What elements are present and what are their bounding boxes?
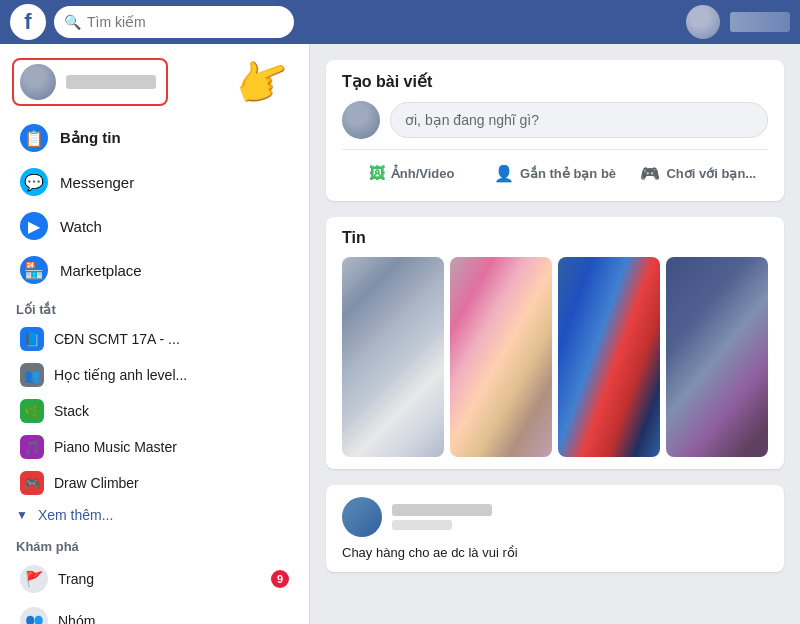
nhom-icon: 👥 (20, 607, 48, 624)
shortcut-draw[interactable]: 🎮 Draw Climber (4, 465, 305, 501)
piano-label: Piano Music Master (54, 439, 177, 455)
messenger-label: Messenger (60, 174, 134, 191)
action-photo[interactable]: 🖼 Ảnh/Video (342, 158, 481, 189)
create-post-title: Tạo bài viết (342, 72, 768, 91)
profile-button[interactable] (12, 58, 168, 106)
create-post-actions: 🖼 Ảnh/Video 👤 Gắn thẻ bạn bè 🎮 Chơi với … (342, 149, 768, 189)
see-more-arrow-icon: ▼ (16, 508, 28, 522)
see-more-button[interactable]: ▼ Xem thêm... (0, 501, 309, 529)
search-input[interactable] (87, 14, 284, 30)
page-wrapper: 👉 📋 Bảng tin 💬 Messenger ▶ Watch 🏪 Marke… (0, 44, 800, 624)
create-post-avatar (342, 101, 380, 139)
hand-pointer-icon: 👉 (226, 46, 298, 116)
profile-avatar (20, 64, 56, 100)
shortcut-piano[interactable]: 🎵 Piano Music Master (4, 429, 305, 465)
create-post-placeholder: ơi, bạn đang nghĩ gì? (405, 112, 539, 128)
trang-badge: 9 (271, 570, 289, 588)
marketplace-label: Marketplace (60, 262, 142, 279)
sidebar-item-messenger[interactable]: 💬 Messenger (4, 160, 305, 204)
post-time (392, 520, 452, 530)
trang-label: Trang (58, 571, 261, 587)
cdn-label: CĐN SCMT 17A - ... (54, 331, 180, 347)
nav-user-name (730, 12, 790, 32)
action-photo-label: Ảnh/Video (391, 166, 455, 181)
stack-label: Stack (54, 403, 89, 419)
nav-avatar[interactable] (686, 5, 720, 39)
post-avatar (342, 497, 382, 537)
search-icon: 🔍 (64, 14, 81, 30)
news-box: Tin (326, 217, 784, 469)
hoc-icon: 👥 (20, 363, 44, 387)
watch-label: Watch (60, 218, 102, 235)
marketplace-icon: 🏪 (20, 256, 48, 284)
top-nav: f 🔍 (0, 0, 800, 44)
news-item-1[interactable] (342, 257, 444, 457)
sidebar: 👉 📋 Bảng tin 💬 Messenger ▶ Watch 🏪 Marke… (0, 44, 310, 624)
stack-icon: 🌿 (20, 399, 44, 423)
action-tag-label: Gắn thẻ bạn bè (520, 166, 616, 181)
post-text: Chay hàng cho ae dc là vui rồi (342, 545, 768, 560)
shortcuts-title: Lối tắt (0, 292, 309, 321)
create-post-input[interactable]: ơi, bạn đang nghĩ gì? (390, 102, 768, 138)
sidebar-item-marketplace[interactable]: 🏪 Marketplace (4, 248, 305, 292)
photo-icon: 🖼 (369, 165, 385, 183)
action-game-label: Chơi với bạn... (666, 166, 756, 181)
game-icon: 🎮 (640, 164, 660, 183)
news-item-4[interactable] (666, 257, 768, 457)
shortcut-stack[interactable]: 🌿 Stack (4, 393, 305, 429)
nav-right (686, 5, 790, 39)
hoc-label: Học tiếng anh level... (54, 367, 187, 383)
shortcut-hoc[interactable]: 👥 Học tiếng anh level... (4, 357, 305, 393)
sidebar-item-watch[interactable]: ▶ Watch (4, 204, 305, 248)
create-post-box: Tạo bài viết ơi, bạn đang nghĩ gì? 🖼 Ảnh… (326, 60, 784, 201)
messenger-icon: 💬 (20, 168, 48, 196)
facebook-logo: f (10, 4, 46, 40)
explore-title: Khám phá (0, 529, 309, 558)
explore-nhom[interactable]: 👥 Nhóm (4, 600, 305, 624)
explore-trang[interactable]: 🚩 Trang 9 (4, 558, 305, 600)
search-bar[interactable]: 🔍 (54, 6, 294, 38)
tag-icon: 👤 (494, 164, 514, 183)
action-tag[interactable]: 👤 Gắn thẻ bạn bè (485, 158, 624, 189)
watch-icon: ▶ (20, 212, 48, 240)
action-game[interactable]: 🎮 Chơi với bạn... (629, 158, 768, 189)
see-more-label: Xem thêm... (38, 507, 113, 523)
main-content: Tạo bài viết ơi, bạn đang nghĩ gì? 🖼 Ảnh… (310, 44, 800, 624)
news-title: Tin (342, 229, 768, 247)
sidebar-item-bangtin[interactable]: 📋 Bảng tin (4, 116, 305, 160)
nhom-label: Nhóm (58, 613, 289, 624)
news-item-3[interactable] (558, 257, 660, 457)
piano-icon: 🎵 (20, 435, 44, 459)
news-grid (342, 257, 768, 457)
shortcut-cdn[interactable]: 📘 CĐN SCMT 17A - ... (4, 321, 305, 357)
post-author-name (392, 504, 492, 516)
bangtin-icon: 📋 (20, 124, 48, 152)
cdn-icon: 📘 (20, 327, 44, 351)
profile-name (66, 75, 156, 89)
draw-icon: 🎮 (20, 471, 44, 495)
trang-icon: 🚩 (20, 565, 48, 593)
post-meta (392, 504, 492, 530)
bangtin-label: Bảng tin (60, 129, 121, 147)
news-item-2[interactable] (450, 257, 552, 457)
profile-row: 👉 (0, 52, 309, 112)
post-box: Chay hàng cho ae dc là vui rồi (326, 485, 784, 572)
create-post-row: ơi, bạn đang nghĩ gì? (342, 101, 768, 139)
post-header (342, 497, 768, 537)
draw-label: Draw Climber (54, 475, 139, 491)
